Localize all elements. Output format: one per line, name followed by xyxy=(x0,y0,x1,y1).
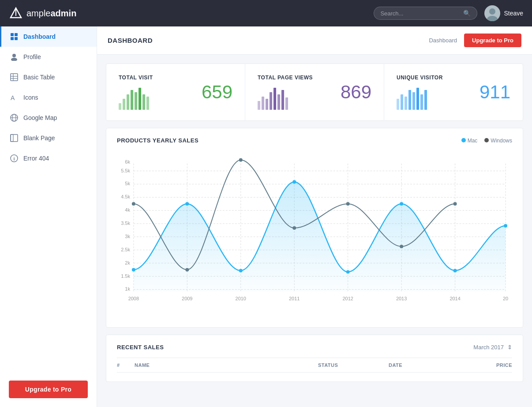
chart-legend: Mac Windows xyxy=(461,138,512,144)
sidebar-label-basic-table: Basic Table xyxy=(23,74,55,81)
bar xyxy=(405,97,407,110)
bar xyxy=(277,94,280,110)
svg-text:2008: 2008 xyxy=(128,296,139,301)
col-header-date: DATE xyxy=(389,362,459,368)
svg-rect-6 xyxy=(15,33,18,36)
stat-card-total-visit: TOTAL VISIT 659 xyxy=(106,64,245,120)
user-name: Steave xyxy=(504,10,523,17)
bar xyxy=(123,99,125,110)
dashboard-icon xyxy=(10,33,18,41)
windows-point xyxy=(292,226,296,230)
svg-text:1.5k: 1.5k xyxy=(121,273,130,279)
windows-point xyxy=(453,202,457,205)
navbar: ampleadmin 🔍 Steave xyxy=(0,0,532,26)
bar xyxy=(416,88,419,110)
svg-text:2012: 2012 xyxy=(342,296,353,301)
sidebar-item-error-404[interactable]: i Error 404 xyxy=(0,148,97,168)
svg-text:2013: 2013 xyxy=(396,296,407,301)
windows-point xyxy=(346,202,350,205)
svg-text:1k: 1k xyxy=(125,286,130,291)
stat-label-unique: UNIQUE VISITOR xyxy=(397,75,443,81)
svg-text:2009: 2009 xyxy=(182,296,192,301)
bar xyxy=(135,92,137,110)
search-input[interactable] xyxy=(380,10,460,17)
sidebar-item-google-map[interactable]: Google Map xyxy=(0,108,97,128)
svg-text:4k: 4k xyxy=(125,207,130,213)
search-box[interactable]: 🔍 xyxy=(374,7,477,20)
stats-row: TOTAL VISIT 659 T xyxy=(106,63,523,121)
mac-point xyxy=(504,224,507,228)
stat-chart-views xyxy=(258,88,313,110)
legend-windows-label: Windows xyxy=(491,138,512,144)
stat-chart-unique xyxy=(397,88,443,110)
sidebar-item-icons[interactable]: A Icons xyxy=(0,87,97,108)
sidebar-item-profile[interactable]: Profile xyxy=(0,47,97,67)
icons-icon: A xyxy=(10,93,18,101)
col-header-name: NAME xyxy=(135,362,318,368)
svg-text:4.5k: 4.5k xyxy=(121,194,130,199)
breadcrumb: Dashboard xyxy=(429,37,457,44)
table-icon xyxy=(10,73,18,81)
search-icon: 🔍 xyxy=(463,10,471,17)
page-header: DASHBOARD Dashboard Upgrade to Pro xyxy=(97,26,532,55)
bar xyxy=(401,94,403,110)
windows-point xyxy=(400,245,403,248)
sidebar: Dashboard Profile Basic Table A Icons Go… xyxy=(0,26,97,407)
svg-text:20: 20 xyxy=(503,296,508,301)
svg-text:2011: 2011 xyxy=(289,296,300,301)
sidebar-label-dashboard: Dashboard xyxy=(23,33,56,40)
logo: ampleadmin xyxy=(9,6,106,20)
svg-rect-19 xyxy=(11,134,18,142)
info-icon: i xyxy=(10,154,18,162)
svg-rect-20 xyxy=(11,134,13,142)
bar xyxy=(281,90,284,110)
svg-point-9 xyxy=(12,54,16,57)
stat-value-views: 869 xyxy=(341,82,371,103)
recent-section: RECENT SALES March 2017 ⇕ # NAME STATUS … xyxy=(106,335,523,382)
chart-section: PRODUCTS YEARLY SALES Mac Windows xyxy=(106,128,523,328)
bar xyxy=(285,97,288,110)
sidebar-bottom: Upgrade to Pro xyxy=(0,372,97,407)
mac-point xyxy=(292,180,296,184)
chart-header: PRODUCTS YEARLY SALES Mac Windows xyxy=(117,137,512,144)
bar xyxy=(424,90,427,110)
col-header-status: STATUS xyxy=(318,362,389,368)
bar xyxy=(420,94,423,110)
navbar-right: 🔍 Steave xyxy=(374,5,523,21)
table-header: # NAME STATUS DATE PRICE xyxy=(117,358,512,373)
upgrade-button-top[interactable]: Upgrade to Pro xyxy=(464,34,521,47)
bar xyxy=(408,90,411,110)
bar xyxy=(270,92,272,110)
user-area[interactable]: Steave xyxy=(484,5,523,21)
svg-text:3k: 3k xyxy=(125,234,130,239)
stat-value-visit: 659 xyxy=(202,82,232,103)
logo-admin: admin xyxy=(50,8,76,18)
upgrade-button-sidebar[interactable]: Upgrade to Pro xyxy=(9,381,88,398)
legend-mac-label: Mac xyxy=(468,138,478,144)
bar xyxy=(131,90,133,110)
month-selector[interactable]: March 2017 ⇕ xyxy=(473,344,512,351)
bar xyxy=(127,94,129,110)
avatar-image xyxy=(484,5,500,21)
bar xyxy=(258,101,260,110)
page-header-right: Dashboard Upgrade to Pro xyxy=(429,34,521,47)
person-icon xyxy=(10,53,18,61)
recent-title: RECENT SALES xyxy=(117,344,164,351)
sidebar-label-blank-page: Blank Page xyxy=(23,134,55,142)
layout-icon xyxy=(10,134,18,142)
logo-icon xyxy=(9,6,23,20)
svg-text:5.5k: 5.5k xyxy=(121,168,130,173)
bar xyxy=(266,99,268,110)
sidebar-item-dashboard[interactable]: Dashboard xyxy=(0,26,97,47)
svg-text:6k: 6k xyxy=(125,159,130,164)
svg-text:2.5k: 2.5k xyxy=(121,247,130,252)
svg-rect-8 xyxy=(15,37,18,40)
sidebar-item-blank-page[interactable]: Blank Page xyxy=(0,128,97,148)
sidebar-item-basic-table[interactable]: Basic Table xyxy=(0,67,97,87)
logo-ample: ample xyxy=(26,8,50,18)
stat-left-views: TOTAL PAGE VIEWS xyxy=(258,75,313,110)
avatar xyxy=(484,5,500,21)
sidebar-label-profile: Profile xyxy=(23,53,41,60)
stat-chart-visit xyxy=(119,88,153,110)
main-layout: Dashboard Profile Basic Table A Icons Go… xyxy=(0,26,532,407)
